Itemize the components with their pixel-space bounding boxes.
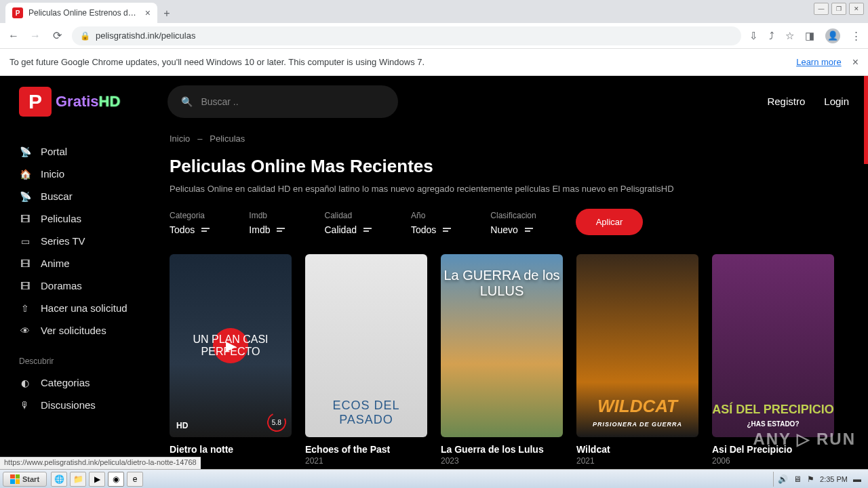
taskbar-edge-icon[interactable]: е [127,472,143,487]
sidebar-icon: ◐ [19,378,31,388]
sidebar-icon: 🏠 [19,169,31,180]
sidebar-discover-heading: Descubrir [19,357,144,366]
info-bar-close[interactable]: × [852,56,859,68]
sidebar-label: Discusiones [41,399,96,411]
search-placeholder: Buscar .. [201,96,238,107]
bookmark-icon[interactable]: ☆ [785,30,794,42]
sidebar-item-hacer-una-solicitud[interactable]: ⇧Hacer una solicitud [19,297,144,319]
movie-poster[interactable]: UN PLAN CASI PERFECTO▶HD5.8 [170,254,292,437]
address-bar[interactable]: 🔒 pelisgratishd.ink/peliculas [72,26,741,45]
movie-year: 2021 [305,456,427,466]
search-icon: 🔍 [181,96,193,107]
share-icon[interactable]: ⤴ [769,30,774,41]
register-link[interactable]: Registro [767,96,805,107]
back-button[interactable]: ← [7,30,20,42]
page-title: Peliculas Online Mas Recientes [170,156,861,177]
sidebar-item-series-tv[interactable]: ▭Series TV [19,230,144,252]
tray-flag-icon[interactable]: ⚑ [807,474,814,484]
search-input[interactable]: 🔍 Buscar .. [167,85,398,118]
apply-button[interactable]: Aplicar [576,209,644,235]
taskbar-media-icon[interactable]: ▶ [89,472,105,487]
system-tray: 🔊 🖥 ⚑ 2:35 PM ▬ [773,472,865,487]
sidebar-icon: 📡 [19,146,31,157]
sidebar-item-discusiones[interactable]: 🎙Discusiones [19,394,144,416]
taskbar-ie-icon[interactable]: 🌐 [51,472,67,487]
lock-icon: 🔒 [80,31,90,41]
header-nav: Registro Login [767,96,849,107]
status-bar-link: https://www.pelisgratishd.ink/pelicula/d… [0,457,201,469]
movie-card[interactable]: WILDCATPRISIONERA DE GUERRA Wildcat 2021 [576,254,698,466]
sidebar-icon: 🎞 [19,281,31,291]
window-maximize-button[interactable]: ❐ [831,3,846,15]
window-close-button[interactable]: ✕ [849,3,864,15]
taskbar-explorer-icon[interactable]: 📁 [70,472,86,487]
start-button[interactable]: Start [3,472,47,487]
sort-icon [363,228,372,232]
filter-calidad[interactable]: Calidad Calidad [324,211,371,235]
sidebar-item-inicio[interactable]: 🏠Inicio [19,163,144,185]
movie-card[interactable]: ASÍ DEL PRECIPICIO¿HAS ESTADO? Asi Del P… [712,254,834,466]
sidebar-item-portal[interactable]: 📡Portal [19,140,144,163]
movie-card[interactable]: La GUERRA de los LULUS La Guerra de los … [441,254,563,466]
movie-poster[interactable]: WILDCATPRISIONERA DE GUERRA [576,254,698,437]
window-minimize-button[interactable]: — [814,3,829,15]
sidebar-icon: 🎞 [19,258,31,269]
movie-year: 2021 [576,456,698,466]
sidebar-item-categorias[interactable]: ◐Categorias [19,371,144,394]
tray-volume-icon[interactable]: 🔊 [778,474,788,484]
sidebar-label: Series TV [41,235,85,247]
tab-close-icon[interactable]: × [145,7,151,18]
filter-ano[interactable]: Año Todos [411,211,451,235]
sidebar-label: Doramas [41,280,82,291]
tray-clock[interactable]: 2:35 PM [820,475,848,483]
sidebar-label: Buscar [41,190,73,202]
new-tab-button[interactable]: + [157,4,176,23]
site-logo[interactable]: P GratisHD [19,87,120,117]
poster-subtext: ¿HAS ESTADO? [712,420,834,428]
login-link[interactable]: Login [824,96,849,107]
tray-show-desktop[interactable]: ▬ [853,474,861,484]
sidebar-icon: 👁 [19,325,31,336]
filter-categoria[interactable]: Categoria Todos [170,211,210,235]
windows-flag-icon [10,474,20,484]
profile-avatar[interactable]: 👤 [825,28,840,43]
sidebar-label: Hacer una solicitud [41,302,127,314]
movie-card[interactable]: UN PLAN CASI PERFECTO▶HD5.8 Dietro la no… [170,254,292,466]
sidebar-icon: ⇧ [19,303,31,314]
movie-poster[interactable]: ECOS DEL PASADO [305,254,427,437]
forward-button[interactable]: → [28,30,42,42]
sidebar-icon: 📡 [19,191,31,202]
page-subtitle: Peliculas Online en calidad HD en españo… [170,184,861,194]
info-bar-message: To get future Google Chrome updates, you… [9,57,425,67]
browser-tab[interactable]: P Peliculas Online Estrenos de Pelicul..… [5,3,157,23]
sidepanel-icon[interactable]: ◨ [805,30,814,42]
sidebar-item-buscar[interactable]: 📡Buscar [19,185,144,207]
sidebar-item-doramas[interactable]: 🎞Doramas [19,274,144,297]
sidebar-item-anime[interactable]: 🎞Anime [19,252,144,274]
filter-clasificacion[interactable]: Clasificacion Nuevo [490,211,536,235]
breadcrumb-home[interactable]: Inicio [170,134,190,144]
learn-more-link[interactable]: Learn more [796,57,841,67]
site-content: P GratisHD 🔍 Buscar .. Registro Login 📡P… [0,76,868,469]
menu-icon[interactable]: ⋮ [851,30,861,42]
poster-subtext: PRISIONERA DE GUERRA [576,421,698,428]
movie-title: Asi Del Precipicio [712,444,834,455]
main-content: Inicio – Peliculas Peliculas Online Mas … [163,127,868,466]
logo-badge: P [19,87,52,117]
sidebar-item-peliculas[interactable]: 🎞Peliculas [19,207,144,230]
download-icon[interactable]: ⇩ [749,30,758,42]
sidebar-label: Categorias [41,377,90,388]
movie-year: 2006 [712,456,834,466]
sidebar-icon: ▭ [19,236,31,247]
movie-poster[interactable]: ASÍ DEL PRECIPICIO¿HAS ESTADO? [712,254,834,437]
movie-poster[interactable]: La GUERRA de los LULUS [441,254,563,437]
movie-card[interactable]: ECOS DEL PASADO Echoes of the Past 2021 [305,254,427,466]
browser-tab-strip: P Peliculas Online Estrenos de Pelicul..… [0,0,868,23]
breadcrumb-current: Peliculas [210,134,245,144]
filter-imdb[interactable]: Imdb Imdb [249,211,285,235]
taskbar-chrome-icon[interactable]: ◉ [108,472,124,487]
reload-button[interactable]: ⟳ [50,29,64,42]
tray-network-icon[interactable]: 🖥 [793,474,802,484]
sidebar-item-ver-solicitudes[interactable]: 👁Ver solicitudes [19,319,144,342]
red-accent-line [864,76,868,164]
